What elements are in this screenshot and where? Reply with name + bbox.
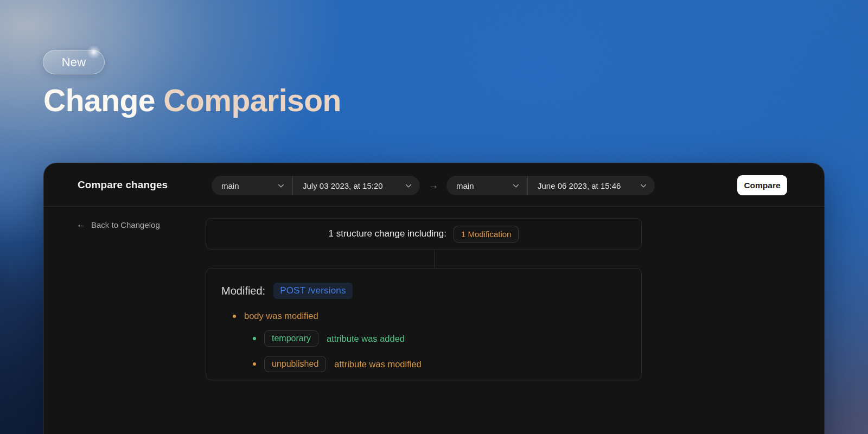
modification-count-badge: 1 Modification (454, 226, 519, 242)
to-date-select[interactable]: June 06 2023, at 15:46 (528, 176, 655, 195)
new-badge-label: New (62, 55, 86, 69)
change-item: temporary attribute was added (253, 330, 626, 347)
from-select-group: main July 03 2023, at 15:20 (212, 176, 420, 195)
summary-box: 1 structure change including: 1 Modifica… (206, 218, 642, 250)
chevron-down-icon (278, 182, 284, 188)
page-title: Change Comparison (43, 82, 341, 118)
page-title-part2: Comparison (155, 83, 341, 118)
summary-text: 1 structure change including: (329, 228, 446, 239)
change-item: unpublished attribute was modified (253, 356, 626, 372)
sparkle-icon (87, 45, 101, 59)
modified-label: Modified: (221, 285, 265, 297)
arrow-right-icon: → (424, 176, 443, 195)
chevron-down-icon (640, 182, 646, 188)
bullet-icon (253, 362, 256, 366)
arrow-left-icon: ← (76, 219, 86, 230)
connector-line (434, 250, 435, 268)
new-badge: New (43, 50, 105, 74)
compare-button[interactable]: Compare (737, 175, 787, 195)
from-branch-value: main (221, 181, 239, 190)
comparison-card: Compare changes main July 03 2023, at 15… (43, 163, 825, 434)
to-select-group: main June 06 2023, at 15:46 (446, 176, 655, 195)
from-date-select[interactable]: July 03 2023, at 15:20 (293, 176, 420, 195)
to-branch-select[interactable]: main (446, 176, 527, 195)
change-text: attribute was modified (334, 359, 422, 369)
toolbar-title: Compare changes (78, 163, 168, 207)
chevron-down-icon (405, 182, 411, 188)
attribute-badge: unpublished (264, 356, 326, 372)
to-date-value: June 06 2023, at 15:46 (538, 181, 621, 190)
bullet-icon (253, 337, 256, 340)
page-title-part1: Change (43, 83, 155, 118)
modified-row: Modified: POST /versions (221, 283, 626, 299)
bullet-icon (233, 315, 236, 318)
back-to-changelog-link[interactable]: ← Back to Changelog (76, 219, 160, 230)
page-background: New Change Comparison Compare changes ma… (0, 0, 868, 434)
change-text: attribute was added (327, 334, 405, 344)
attribute-badge: temporary (264, 330, 318, 347)
from-branch-select[interactable]: main (212, 176, 292, 195)
detail-box: Modified: POST /versions body was modifi… (206, 268, 642, 380)
chevron-down-icon (513, 182, 519, 188)
compare-toolbar: Compare changes main July 03 2023, at 15… (44, 163, 824, 207)
back-link-label: Back to Changelog (91, 220, 160, 229)
change-item: body was modified (233, 311, 626, 321)
to-branch-value: main (456, 181, 474, 190)
from-date-value: July 03 2023, at 15:20 (303, 181, 383, 190)
endpoint-chip: POST /versions (273, 283, 353, 299)
change-text: body was modified (244, 311, 318, 321)
